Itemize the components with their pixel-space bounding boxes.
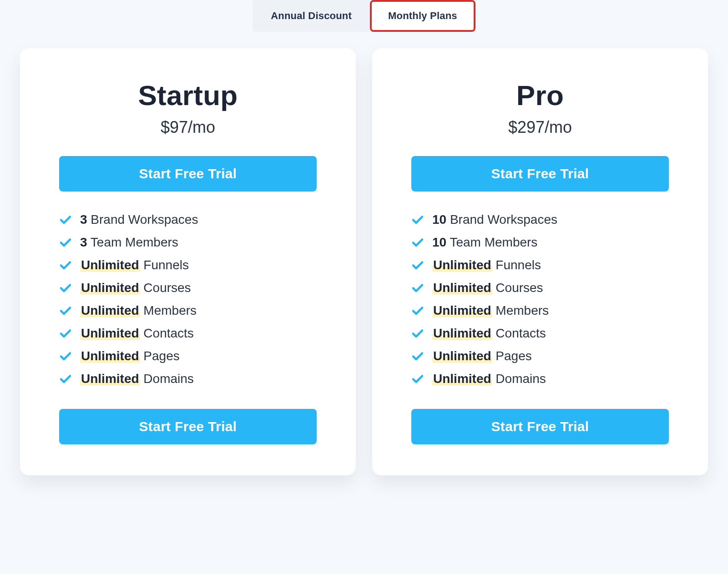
feature-item: Unlimited Pages <box>411 349 669 363</box>
check-icon <box>59 259 72 272</box>
feature-rest: Domains <box>140 372 194 386</box>
feature-text: Unlimited Members <box>432 303 549 318</box>
plan-price: $97/mo <box>59 118 317 137</box>
billing-toggle: Annual Discount Monthly Plans <box>253 0 475 32</box>
feature-text: Unlimited Contacts <box>432 326 546 341</box>
feature-text: 3 Brand Workspaces <box>80 212 198 227</box>
feature-highlight: Unlimited <box>80 303 140 317</box>
feature-rest: Courses <box>140 281 191 295</box>
feature-text: Unlimited Pages <box>432 349 532 363</box>
feature-item: Unlimited Courses <box>411 281 669 295</box>
card-pro: Pro $297/mo Start Free Trial 10 Brand Wo… <box>372 48 708 475</box>
check-icon <box>59 236 72 249</box>
check-icon <box>59 213 72 226</box>
cta-top-startup[interactable]: Start Free Trial <box>59 156 317 191</box>
cta-bottom-pro[interactable]: Start Free Trial <box>411 409 669 444</box>
check-icon <box>411 213 424 226</box>
feature-text: 3 Team Members <box>80 235 178 250</box>
feature-rest: Contacts <box>140 326 194 340</box>
check-icon <box>59 304 72 317</box>
cta-top-pro[interactable]: Start Free Trial <box>411 156 669 191</box>
feature-text: Unlimited Pages <box>80 349 180 363</box>
feature-highlight: Unlimited <box>80 372 140 386</box>
feature-text: Unlimited Domains <box>432 372 546 386</box>
tab-monthly[interactable]: Monthly Plans <box>370 0 475 32</box>
feature-text: Unlimited Courses <box>432 281 543 295</box>
check-icon <box>411 304 424 317</box>
feature-text: Unlimited Funnels <box>80 258 189 272</box>
feature-highlight: Unlimited <box>80 326 140 340</box>
feature-item: Unlimited Domains <box>411 372 669 386</box>
feature-highlight: Unlimited <box>432 326 492 340</box>
feature-item: Unlimited Members <box>411 303 669 318</box>
cta-bottom-startup[interactable]: Start Free Trial <box>59 409 317 444</box>
feature-text: Unlimited Contacts <box>80 326 194 341</box>
feature-highlight: Unlimited <box>432 303 492 317</box>
feature-rest: Team Members <box>446 235 537 249</box>
feature-text: 10 Brand Workspaces <box>432 212 557 227</box>
feature-list: 10 Brand Workspaces10 Team MembersUnlimi… <box>411 212 669 386</box>
feature-item: Unlimited Courses <box>59 281 317 295</box>
feature-highlight: Unlimited <box>80 281 140 295</box>
feature-item: Unlimited Contacts <box>411 326 669 341</box>
feature-bold: 10 <box>432 235 446 249</box>
feature-rest: Brand Workspaces <box>87 212 198 227</box>
check-icon <box>411 259 424 272</box>
feature-highlight: Unlimited <box>432 372 492 386</box>
feature-item: Unlimited Members <box>59 303 317 318</box>
plan-price: $297/mo <box>411 118 669 137</box>
pricing-cards: Startup $97/mo Start Free Trial 3 Brand … <box>20 48 708 475</box>
plan-title: Startup <box>59 79 317 111</box>
feature-bold: 3 <box>80 212 87 227</box>
pricing-page: Annual Discount Monthly Plans Startup $9… <box>0 0 728 503</box>
feature-highlight: Unlimited <box>432 258 492 272</box>
feature-list: 3 Brand Workspaces3 Team MembersUnlimite… <box>59 212 317 386</box>
check-icon <box>59 282 72 294</box>
feature-rest: Funnels <box>140 258 189 272</box>
feature-rest: Contacts <box>492 326 546 340</box>
feature-item: 3 Team Members <box>59 235 317 250</box>
feature-item: Unlimited Domains <box>59 372 317 386</box>
feature-highlight: Unlimited <box>80 349 140 363</box>
plan-title: Pro <box>411 79 669 111</box>
feature-rest: Team Members <box>87 235 178 249</box>
billing-toggle-wrap: Annual Discount Monthly Plans <box>20 0 708 48</box>
check-icon <box>411 327 424 340</box>
feature-rest: Pages <box>492 349 532 363</box>
feature-item: Unlimited Contacts <box>59 326 317 341</box>
check-icon <box>59 373 72 385</box>
feature-rest: Pages <box>140 349 180 363</box>
feature-item: Unlimited Funnels <box>59 258 317 272</box>
card-startup: Startup $97/mo Start Free Trial 3 Brand … <box>20 48 356 475</box>
feature-item: 10 Team Members <box>411 235 669 250</box>
feature-item: Unlimited Pages <box>59 349 317 363</box>
feature-rest: Brand Workspaces <box>446 212 557 227</box>
feature-item: Unlimited Funnels <box>411 258 669 272</box>
feature-rest: Courses <box>492 281 543 295</box>
check-icon <box>411 236 424 249</box>
feature-highlight: Unlimited <box>432 349 492 363</box>
feature-item: 3 Brand Workspaces <box>59 212 317 227</box>
feature-rest: Domains <box>492 372 546 386</box>
check-icon <box>411 282 424 294</box>
feature-highlight: Unlimited <box>80 258 140 272</box>
check-icon <box>59 350 72 363</box>
feature-text: 10 Team Members <box>432 235 537 250</box>
check-icon <box>411 350 424 363</box>
check-icon <box>59 327 72 340</box>
feature-item: 10 Brand Workspaces <box>411 212 669 227</box>
feature-bold: 10 <box>432 212 446 227</box>
tab-annual[interactable]: Annual Discount <box>253 0 370 32</box>
feature-highlight: Unlimited <box>432 281 492 295</box>
feature-text: Unlimited Domains <box>80 372 194 386</box>
check-icon <box>411 373 424 385</box>
feature-bold: 3 <box>80 235 87 249</box>
feature-text: Unlimited Funnels <box>432 258 541 272</box>
feature-rest: Funnels <box>492 258 541 272</box>
feature-rest: Members <box>140 303 197 317</box>
feature-text: Unlimited Members <box>80 303 197 318</box>
feature-text: Unlimited Courses <box>80 281 191 295</box>
feature-rest: Members <box>492 303 549 317</box>
